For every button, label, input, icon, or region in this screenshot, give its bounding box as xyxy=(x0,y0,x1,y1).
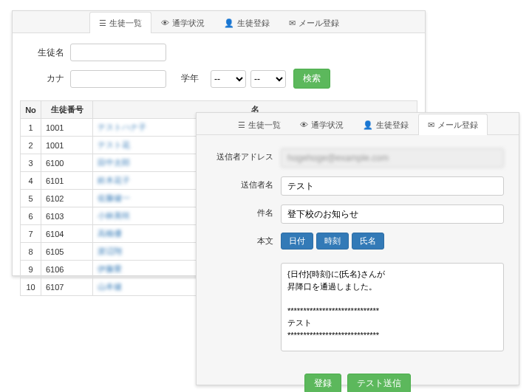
tab-mail[interactable]: ✉ メール登録 xyxy=(279,12,349,33)
cell-id: 6105 xyxy=(41,243,93,261)
grade-label: 学年 xyxy=(181,72,199,85)
footer-buttons: 登録 テスト送信 xyxy=(197,366,519,392)
eye-icon: 👁 xyxy=(300,120,308,129)
window-mail-register: ☰ 生徒一覧 👁 通学状況 👤 生徒登録 ✉ メール登録 送信者アドレス 送信者… xyxy=(196,112,519,385)
tab-label: 生徒一覧 xyxy=(248,120,281,131)
tab-mail[interactable]: ✉ メール登録 xyxy=(418,114,488,135)
student-name-link[interactable]: 佐藤健一 xyxy=(98,193,130,204)
tab-label: 生徒登録 xyxy=(376,120,409,131)
student-name-link[interactable]: 田中太郎 xyxy=(98,157,130,168)
sender-field[interactable] xyxy=(281,176,504,196)
student-name-link[interactable]: 伊藤愛 xyxy=(98,264,122,275)
user-icon: 👤 xyxy=(224,18,234,28)
tab-attendance[interactable]: 👁 通学状況 xyxy=(151,12,214,33)
list-icon: ☰ xyxy=(238,120,245,130)
addr-field xyxy=(281,148,504,168)
student-name-link[interactable]: 渡辺翔 xyxy=(98,246,122,257)
tab-label: メール登録 xyxy=(437,120,478,131)
test-send-button[interactable]: テスト送信 xyxy=(347,374,411,392)
tabbar-front: ☰ 生徒一覧 👁 通学状況 👤 生徒登録 ✉ メール登録 xyxy=(197,113,519,135)
tab-label: 生徒登録 xyxy=(237,18,270,29)
user-icon: 👤 xyxy=(363,120,373,130)
sender-label: 送信者名 xyxy=(211,176,273,190)
tab-register[interactable]: 👤 生徒登録 xyxy=(214,12,279,33)
cell-id: 6107 xyxy=(41,278,93,296)
body-label-spacer xyxy=(211,263,273,266)
cell-id: 6103 xyxy=(41,207,93,225)
save-button[interactable]: 登録 xyxy=(304,374,341,392)
tab-register[interactable]: 👤 生徒登録 xyxy=(353,114,418,135)
student-name-link[interactable]: 山本健 xyxy=(98,281,122,292)
grade-select-1[interactable]: -- xyxy=(211,70,246,88)
mail-icon: ✉ xyxy=(428,120,434,130)
subject-field[interactable] xyxy=(281,204,504,224)
list-icon: ☰ xyxy=(99,18,106,28)
grade-select-2[interactable]: -- xyxy=(250,70,286,88)
cell-id: 1001 xyxy=(41,137,93,154)
name-label: 生徒名 xyxy=(27,47,64,59)
subject-label: 件名 xyxy=(211,204,273,219)
student-name-link[interactable]: テストハナ子 xyxy=(98,122,146,133)
cell-no: 4 xyxy=(21,172,41,190)
search-button[interactable]: 検索 xyxy=(293,69,330,89)
cell-id: 6104 xyxy=(41,225,93,243)
cell-no: 7 xyxy=(21,225,41,243)
tab-label: メール登録 xyxy=(299,18,339,29)
cell-no: 1 xyxy=(21,119,41,137)
cell-id: 6106 xyxy=(41,261,93,278)
tab-students[interactable]: ☰ 生徒一覧 xyxy=(228,114,290,135)
mail-icon: ✉ xyxy=(289,18,296,28)
col-id: 生徒番号 xyxy=(41,101,93,119)
cell-no: 8 xyxy=(21,243,41,261)
body-textarea[interactable]: {日付}{時刻}に{氏名}さんが 昇降口を通過しました。 ***********… xyxy=(281,263,504,351)
col-no: No xyxy=(21,101,41,119)
name-input[interactable] xyxy=(70,44,166,61)
cell-id: 1001 xyxy=(41,119,93,137)
tab-attendance[interactable]: 👁 通学状況 xyxy=(290,114,353,135)
cell-no: 6 xyxy=(21,207,41,225)
student-name-link[interactable]: 高橋優 xyxy=(98,228,122,239)
insert-date-button[interactable]: 日付 xyxy=(281,233,313,250)
cell-id: 6101 xyxy=(41,172,93,190)
eye-icon: 👁 xyxy=(161,18,169,27)
cell-id: 6100 xyxy=(41,154,93,172)
body-label: 本文 xyxy=(211,233,273,247)
insert-name-button[interactable]: 氏名 xyxy=(352,233,384,250)
tabbar-back: ☰ 生徒一覧 👁 通学状況 👤 生徒登録 ✉ メール登録 xyxy=(13,11,425,33)
insert-time-button[interactable]: 時刻 xyxy=(316,233,349,250)
kana-input[interactable] xyxy=(70,70,166,88)
student-name-link[interactable]: 小林美咲 xyxy=(98,210,130,221)
cell-no: 3 xyxy=(21,154,41,172)
tab-label: 生徒一覧 xyxy=(109,18,142,29)
kana-label: カナ xyxy=(27,72,64,85)
cell-no: 2 xyxy=(21,137,41,154)
search-form: 生徒名 カナ 学年 -- -- 検索 xyxy=(13,33,425,100)
cell-no: 5 xyxy=(21,190,41,207)
student-name-link[interactable]: 鈴木花子 xyxy=(98,175,130,186)
mail-form: 送信者アドレス 送信者名 件名 本文 日付 時刻 氏名 {日付}{時刻}に{氏名… xyxy=(197,135,519,366)
cell-id: 6102 xyxy=(41,190,93,207)
tab-students[interactable]: ☰ 生徒一覧 xyxy=(89,12,151,33)
tab-label: 通学状況 xyxy=(172,18,205,29)
tab-label: 通学状況 xyxy=(311,120,344,131)
addr-label: 送信者アドレス xyxy=(211,148,273,162)
cell-no: 9 xyxy=(21,261,41,278)
student-name-link[interactable]: テスト花 xyxy=(98,140,130,151)
cell-no: 10 xyxy=(21,278,41,296)
